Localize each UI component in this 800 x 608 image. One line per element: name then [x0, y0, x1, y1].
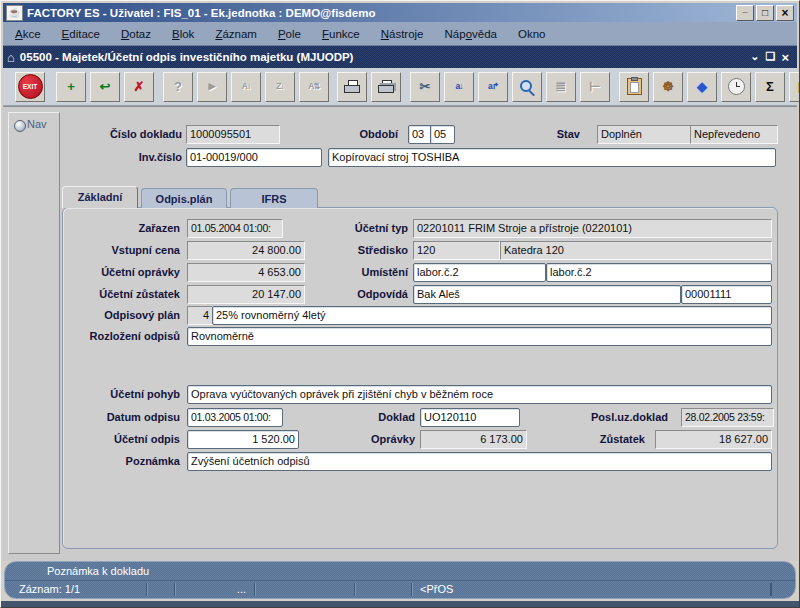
nav-panel — [8, 112, 60, 554]
mdi-restore-button[interactable] — [766, 51, 776, 64]
copy-icon: a↓ — [456, 82, 463, 91]
magnifier-icon — [519, 79, 535, 95]
odpisovy-plan-field: 4 — [187, 306, 213, 325]
stav2-field: Nepřevedeno — [690, 125, 778, 144]
odpovida-cislo-field[interactable]: 00001111 — [681, 285, 772, 304]
sort-options-icon: A⇅ — [308, 82, 319, 91]
new-record-button[interactable]: + — [56, 72, 86, 102]
close-button[interactable] — [776, 5, 794, 21]
inv-popis-field[interactable]: Kopírovací stroj TOSHIBA — [328, 148, 776, 167]
status-cell — [147, 583, 175, 596]
clipboard-import-button[interactable] — [619, 72, 649, 102]
paste-button[interactable]: a↱ — [478, 72, 508, 102]
opravky-field: 6 173.00 — [420, 430, 527, 449]
menu-item-blok[interactable]: Blok — [172, 28, 194, 40]
insert-record-button[interactable]: ↩ — [90, 72, 120, 102]
enter-query-icon: ? — [174, 80, 182, 93]
poznamka-label: Poznámka — [62, 452, 180, 470]
mdi-window-title: 05500 - Majetek/Účetní odpis investičníh… — [20, 51, 354, 63]
mdi-minimize-button[interactable] — [750, 51, 759, 64]
mdi-titlebar: ⌂ 05500 - Majetek/Účetní odpis investičn… — [3, 46, 797, 68]
vstupni-cena-label: Vstupní cena — [62, 241, 180, 259]
ucetni-pohyb-field[interactable]: Oprava vyúčtovaných oprávek při zjištění… — [187, 385, 772, 404]
exit-button[interactable]: EXIT — [15, 72, 45, 102]
odpisovy-plan-label: Odpisový plán — [62, 306, 180, 324]
sigma-icon: Σ — [766, 80, 774, 93]
cut-button[interactable]: ✂ — [410, 72, 440, 102]
umisteni-field[interactable]: labor.č.2 — [413, 263, 546, 282]
mdi-close-button[interactable] — [781, 51, 789, 64]
menu-item-funkce[interactable]: Funkce — [322, 28, 360, 40]
copy-button[interactable]: a↓ — [444, 72, 474, 102]
stav-label: Stav — [520, 125, 580, 143]
clock-icon — [728, 78, 745, 95]
exit-icon: EXIT — [18, 74, 43, 99]
ucetni-opravky-field: 4 653.00 — [187, 263, 305, 282]
status-cell — [255, 583, 355, 596]
nav-label: Nav — [27, 118, 47, 130]
sort-asc-icon: A↓ — [242, 82, 250, 91]
app-icon: ☕ — [6, 5, 23, 21]
tab-ifrs[interactable]: IFRS — [230, 188, 318, 208]
vstupni-cena-field: 24 800.00 — [187, 241, 305, 260]
status-record-count: Záznam: 1/1 — [5, 583, 147, 596]
sort-desc-icon: Z↓ — [276, 82, 283, 91]
enter-query-button: ? — [163, 72, 193, 102]
cislo-dokladu-field: 1000095501 — [186, 125, 280, 144]
inv-cislo-field[interactable]: 01-00019/000 — [186, 148, 322, 167]
new-record-icon: + — [67, 80, 75, 93]
print-button[interactable] — [337, 72, 367, 102]
menu-item-editace[interactable]: Editace — [62, 28, 100, 40]
minimize-button[interactable] — [736, 5, 754, 21]
delete-record-button[interactable]: ✗ — [124, 72, 154, 102]
tree-view-button: ⊢ — [580, 72, 610, 102]
posl-uz-doklad-field: 28.02.2005 23:59: — [681, 408, 774, 427]
ucetni-typ-field: 02201011 FRIM Stroje a přístroje (022010… — [413, 219, 772, 238]
posl-uz-doklad-label: Posl.uz.doklad — [555, 408, 668, 426]
maximize-button[interactable] — [756, 5, 774, 21]
doklad-field[interactable]: UO120110 — [420, 408, 520, 427]
ucetni-odpis-field[interactable]: 1 520.00 — [187, 430, 299, 449]
printer-icon — [344, 80, 361, 94]
menu-item-pole[interactable]: Pole — [278, 28, 301, 40]
export-excel-button[interactable]: ▦ — [789, 72, 800, 102]
odpovida-field[interactable]: Bak Aleš — [413, 285, 681, 304]
find-button[interactable] — [512, 72, 542, 102]
odpisovy-plan-nazev-field[interactable]: 25% rovnoměrný 4letý — [212, 306, 772, 325]
menu-item-okno[interactable]: Okno — [518, 28, 546, 40]
building-icon: ⌂ — [7, 51, 15, 64]
tab-zakladni[interactable]: Základní — [62, 186, 138, 208]
datum-odpisu-label: Datum odpisu — [62, 408, 180, 426]
menu-item-zaznam[interactable]: Záznam — [215, 28, 257, 40]
poznamka-field[interactable]: Zvýšení účetních odpisů — [187, 452, 772, 471]
nav-radio[interactable] — [14, 120, 26, 132]
status-message: Poznámka k dokladu — [5, 562, 795, 581]
datum-odpisu-field[interactable]: 01.03.2005 01:00: — [187, 408, 283, 427]
execute-query-button: ▶ — [197, 72, 227, 102]
gem-button[interactable]: ◆ — [687, 72, 717, 102]
paste-icon: a↱ — [488, 82, 498, 91]
menu-item-nastroje[interactable]: Nástroje — [381, 28, 424, 40]
zarazen-label: Zařazen — [62, 219, 180, 237]
umisteni2-field[interactable]: labor.č.2 — [546, 263, 772, 282]
status-bar: Poznámka k dokladu Záznam: 1/1 ... <PřOS — [4, 561, 796, 599]
rozlozeni-odpisu-field[interactable]: Rovnoměrně — [187, 327, 772, 346]
tree-icon: ⊢ — [589, 80, 600, 93]
opravky-label: Oprávky — [330, 430, 415, 448]
obdobi-label: Období — [330, 125, 398, 143]
menu-item-napoveda[interactable]: Nápověda — [445, 28, 497, 40]
sort-desc-button: Z↓ — [265, 72, 295, 102]
obdobi-year-field[interactable]: 05 — [430, 125, 455, 144]
menu-item-akce[interactable]: Akce — [15, 28, 41, 40]
calculator-button[interactable] — [721, 72, 751, 102]
cislo-dokladu-label: Číslo dokladu — [62, 125, 182, 143]
stredisko-field: 120 — [413, 241, 500, 260]
navigator-button[interactable]: ☸ — [653, 72, 683, 102]
tab-odpis-plan[interactable]: Odpis.plán — [141, 188, 227, 208]
ship-wheel-icon: ☸ — [662, 80, 674, 93]
print-batch-button[interactable] — [371, 72, 401, 102]
ucetni-opravky-label: Účetní oprávky — [62, 263, 180, 281]
ucetni-typ-label: Účetní typ — [300, 219, 408, 237]
menu-item-dotaz[interactable]: Dotaz — [121, 28, 151, 40]
summary-button[interactable]: Σ — [755, 72, 785, 102]
